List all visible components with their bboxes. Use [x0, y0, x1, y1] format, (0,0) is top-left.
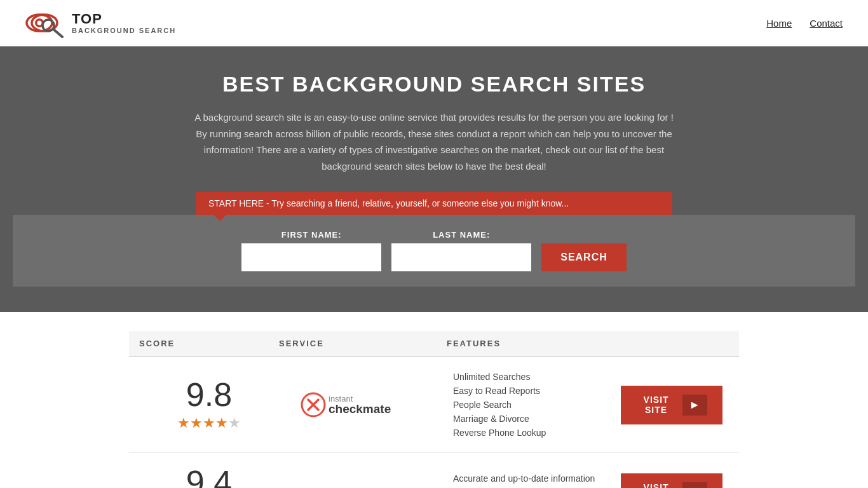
svg-text:checkmate: checkmate — [329, 402, 391, 416]
first-name-label: FIRST NAME: — [241, 230, 381, 240]
main-nav: Home Contact — [766, 18, 843, 29]
table-row: 9.8 ★★★★★ instant checkmate Unli — [129, 357, 739, 453]
visit-area-2: VISIT SITE ► — [614, 473, 729, 489]
svg-text:LOOker: LOOker — [364, 485, 416, 489]
visit-area-1: VISIT SITE ► — [614, 386, 729, 424]
nav-contact[interactable]: Contact — [810, 18, 843, 29]
search-banner: START HERE - Try searching a friend, rel… — [196, 192, 672, 215]
visit-site-button-2[interactable]: VISIT SITE ► — [621, 473, 722, 489]
nav-home[interactable]: Home — [766, 18, 792, 29]
stars-1: ★★★★★ — [139, 415, 279, 431]
feature-item: People Search — [453, 398, 608, 412]
features-area-2: Accurate and up-to-date information Unli… — [447, 471, 614, 488]
feature-item: Accurate and up-to-date information — [453, 471, 608, 485]
last-name-label: LAST NAME: — [391, 230, 531, 240]
first-name-input[interactable] — [241, 243, 381, 271]
visit-arrow-icon-1: ► — [682, 395, 707, 416]
peoplelooker-logo-svg: People LOOker — [299, 474, 426, 489]
score-area-1: 9.8 ★★★★★ — [139, 378, 279, 431]
peoplelooker-logo: People LOOker — [299, 474, 426, 489]
table-row: 9.4 ★★★★★ People LOOker Accurate and up-… — [129, 453, 739, 488]
svg-point-2 — [37, 21, 42, 25]
col-features: FEATURES — [447, 339, 614, 348]
score-number-2: 9.4 — [139, 466, 279, 488]
service-area-1: instant checkmate — [279, 388, 447, 423]
col-score: SCORE — [139, 339, 279, 348]
logo-sub-text: BACKGROUND SEARCH — [72, 27, 176, 34]
visit-btn-label-1: VISIT SITE — [636, 395, 676, 415]
feature-item: Unlimited Searches and Reports — [453, 485, 608, 488]
visit-arrow-icon-2: ► — [682, 482, 707, 489]
banner-text: START HERE - Try searching a friend, rel… — [208, 198, 569, 208]
header: TOP BACKGROUND SEARCH Home Contact — [0, 0, 868, 46]
feature-item: Reverse Phone Lookup — [453, 426, 608, 440]
hero-section: BEST BACKGROUND SEARCH SITES A backgroun… — [0, 46, 868, 312]
score-area-2: 9.4 ★★★★★ — [139, 466, 279, 488]
svg-text:People: People — [302, 485, 346, 489]
features-area-1: Unlimited Searches Easy to Read Reports … — [447, 370, 614, 440]
first-name-group: FIRST NAME: — [241, 230, 381, 271]
hero-title: BEST BACKGROUND SEARCH SITES — [13, 72, 855, 97]
checkmate-logo: instant checkmate — [299, 388, 426, 423]
hero-description: A background search site is an easy-to-u… — [193, 109, 675, 174]
search-form: FIRST NAME: LAST NAME: SEARCH — [25, 230, 843, 271]
visit-btn-label-2: VISIT SITE — [636, 482, 676, 488]
svg-line-4 — [53, 29, 62, 37]
logo: TOP BACKGROUND SEARCH — [25, 8, 176, 38]
feature-item: Unlimited Searches — [453, 370, 608, 384]
feature-item: Easy to Read Reports — [453, 384, 608, 398]
search-form-area: FIRST NAME: LAST NAME: SEARCH — [13, 215, 855, 287]
col-action — [614, 339, 729, 348]
checkmate-logo-svg: instant checkmate — [299, 388, 426, 423]
col-service: SERVICE — [279, 339, 447, 348]
last-name-group: LAST NAME: — [391, 230, 531, 271]
logo-icon — [25, 8, 67, 38]
table-header: SCORE SERVICE FEATURES — [129, 331, 739, 357]
last-name-input[interactable] — [391, 243, 531, 271]
search-button[interactable]: SEARCH — [541, 243, 627, 271]
score-number-1: 9.8 — [139, 378, 279, 411]
logo-top-text: TOP — [72, 11, 176, 27]
results-section: SCORE SERVICE FEATURES 9.8 ★★★★★ instant — [116, 331, 752, 488]
feature-item: Marriage & Divorce — [453, 412, 608, 426]
service-area-2: People LOOker — [279, 474, 447, 489]
visit-site-button-1[interactable]: VISIT SITE ► — [621, 386, 722, 424]
logo-text: TOP BACKGROUND SEARCH — [72, 11, 176, 34]
